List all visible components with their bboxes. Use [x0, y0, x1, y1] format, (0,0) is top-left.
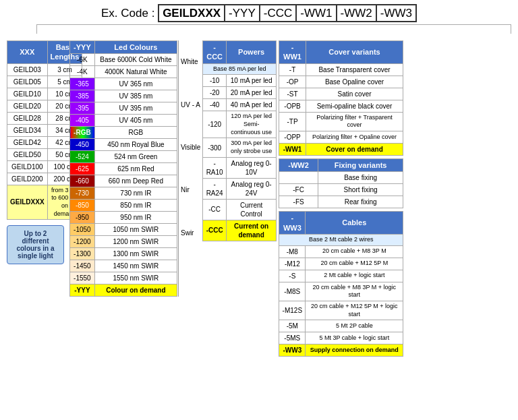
table-row: -TPPolarizing filter + Trasparent cover	[279, 112, 403, 131]
table-row: -12001200 nm SWIR	[70, 236, 177, 248]
ww1-desc: Base Opaline cover	[306, 76, 403, 88]
table-row: -RA10Analog reg 0-10V	[203, 157, 277, 178]
ccc-code: -CC	[203, 199, 227, 220]
yyy-desc: 4000K Natural White	[94, 66, 177, 78]
ww2-code	[279, 172, 318, 184]
yyy-desc: 625 nm Red	[94, 163, 177, 175]
table-row: -950950 nm IR	[70, 212, 177, 224]
ccc-desc-demand: Current on demand	[226, 220, 276, 241]
bracket-white: White	[181, 58, 200, 65]
ww1-code-demand: -WW1	[279, 143, 306, 155]
table-row: -1010 mA per led	[203, 75, 277, 87]
yyy-desc: 950 nm IR	[94, 212, 177, 224]
ww3-desc: 2 Mt cable + logic start	[306, 270, 403, 282]
yyy-desc: UV 405 nm	[94, 115, 177, 127]
yyy-desc: 1050 nm SWIR	[94, 224, 177, 236]
yyy-desc: Base 6000K Cold White	[94, 54, 177, 66]
yyy-desc: 660 nm Deep Red	[94, 175, 177, 187]
ww3-base: Base 2 Mt cable 2 wires	[279, 234, 403, 245]
yyy-code: -1050	[70, 224, 95, 236]
ww3-desc: 20 cm cable + M8 3P M	[306, 245, 403, 258]
xxx-code: GEILD42	[7, 136, 48, 148]
xxx-code: GEILD10	[7, 88, 48, 100]
table-row: -WW1Cover on demand	[279, 143, 403, 155]
ww-sections: -WW1 Cover variants -TBase Transparent c…	[279, 40, 403, 357]
table-row: -730730 nm IR	[70, 187, 177, 200]
ww3-code: -M8S	[279, 282, 306, 301]
xxx-code: GEILD03	[7, 63, 48, 76]
ccc-base: Base 85 mA per led	[203, 63, 277, 75]
xxx-code: GEILD100	[7, 160, 48, 173]
code-part-2: -YYY	[225, 4, 260, 22]
ww2-desc-base: Base fixing	[318, 172, 403, 184]
ww3-desc: 20 cm cable + M8 3P M + logic start	[306, 282, 403, 301]
yyy-code: -385	[70, 90, 95, 102]
table-row: -450450 nm Royal Blue	[70, 139, 177, 151]
yyy-desc: UV 365 nm	[94, 78, 177, 90]
table-row: -365UV 365 nm	[70, 78, 177, 90]
yyy-desc: 450 nm Royal Blue	[94, 139, 177, 151]
ww1-desc: Polarizing filter + Opaline cover	[306, 131, 403, 143]
yyy-desc: 524 nm Green	[94, 151, 177, 163]
ww1-header-cover: Cover variants	[306, 41, 403, 64]
ww1-code: -OPB	[279, 100, 306, 112]
ccc-header-powers: Powers	[226, 41, 276, 64]
ccc-code-demand: -CCC	[203, 220, 227, 241]
ccc-code: -300	[203, 138, 227, 157]
ww3-desc: 20 cm cable + M12 5P M	[306, 258, 403, 270]
xxx-code: GEILD200	[7, 173, 48, 185]
ccc-section: -CCC Powers Base 85 mA per led -1010 mA …	[202, 40, 277, 241]
yyy-code: -950	[70, 212, 95, 224]
yyy-desc: 850 nm IR	[94, 200, 177, 212]
yyy-code: -365	[70, 78, 95, 90]
ww1-desc: Satin cover	[306, 88, 403, 100]
ccc-table: -CCC Powers Base 85 mA per led -1010 mA …	[202, 40, 277, 241]
yyy-code: -450	[70, 139, 95, 151]
code-part-4: -WW1	[297, 4, 337, 22]
xxx-code: GEILD20	[7, 100, 48, 112]
page-title: Ex. Code : GEILDXXX-YYY-CCC-WW1-WW2-WW3	[7, 7, 511, 20]
ccc-desc: 120 mA per led Semi-continuous use	[226, 111, 276, 138]
yyy-code: -1300	[70, 248, 95, 260]
yyy-bracket-labels: White UV - A Visible Nir Swir .	[178, 40, 200, 297]
table-row: -STSatin cover	[279, 88, 403, 100]
yyy-code-demand: -YYY	[70, 284, 95, 297]
yyy-desc: 1450 nm SWIR	[94, 260, 177, 272]
ww3-desc: 5 Mt 2P cable	[306, 320, 403, 332]
xxx-code: GEILD50	[7, 148, 48, 160]
table-row: -5MS5 Mt 3P cable + logic start	[279, 332, 403, 344]
table-row: -6KBase 6000K Cold White	[70, 54, 177, 66]
table-row: -TBase Transparent cover	[279, 63, 403, 76]
title-prefix: Ex. Code :	[101, 7, 158, 20]
yyy-desc: 1550 nm SWIR	[94, 272, 177, 284]
ccc-code: -120	[203, 111, 227, 138]
ww3-table: -WW3 Cables Base 2 Mt cable 2 wires -M82…	[279, 211, 403, 357]
yyy-code: -625	[70, 163, 95, 175]
table-row: -405UV 405 nm	[70, 115, 177, 127]
yyy-code: -1550	[70, 272, 95, 284]
yyy-desc: 730 nm IR	[94, 187, 177, 200]
ww1-code: -OP	[279, 76, 306, 88]
bracket-nir: Nir	[181, 186, 200, 193]
yyy-code: -1450	[70, 260, 95, 272]
bracket-visible: Visible	[181, 144, 200, 151]
table-row: -120120 mA per led Semi-continuous use	[203, 111, 277, 138]
table-row: Base 85 mA per led	[203, 63, 277, 75]
ccc-desc: 300 mA per led only strobe use	[226, 138, 276, 157]
ww2-desc: Rear fixing	[318, 196, 403, 208]
table-row: -M12S20 cm cable + M12 5P M + logic star…	[279, 301, 403, 320]
ww2-desc: Short fixing	[318, 184, 403, 196]
yyy-header-led: Led Colours	[94, 41, 177, 54]
yyy-section: -YYY Led Colours -6KBase 6000K Cold Whit…	[69, 40, 200, 297]
table-row: -300300 mA per led only strobe use	[203, 138, 277, 157]
ww1-desc: Semi-opaline black cover	[306, 100, 403, 112]
ww2-code: -FS	[279, 196, 318, 208]
table-row: -625625 nm Red	[70, 163, 177, 175]
ccc-code: -40	[203, 99, 227, 111]
ccc-desc: 20 mA per led	[226, 87, 276, 99]
ww2-header-code: -WW2	[279, 158, 318, 171]
table-row: -RA24Analog reg 0-24V	[203, 178, 277, 199]
yyy-code: -850	[70, 200, 95, 212]
yyy-code: -1200	[70, 236, 95, 248]
main-tables: XXX Base Lengths GEILD033 cm GEILD055 cm…	[7, 40, 511, 357]
